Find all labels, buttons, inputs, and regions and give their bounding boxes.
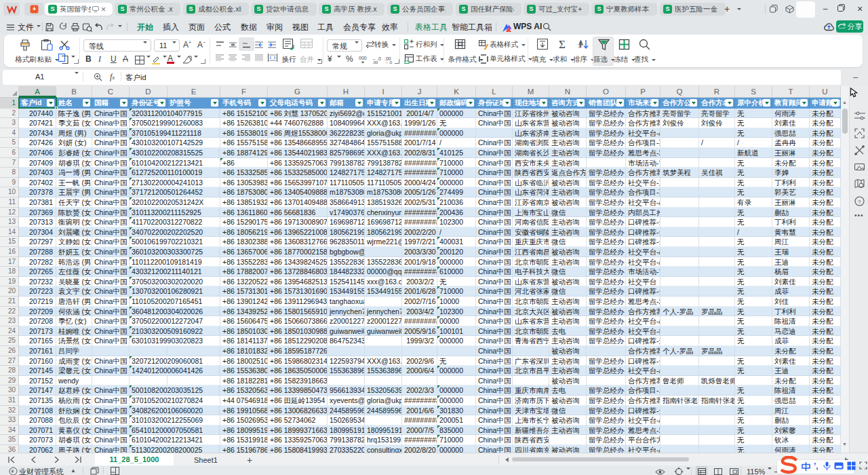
svg-text:A: A bbox=[578, 45, 581, 49]
svg-text:?: ? bbox=[858, 199, 861, 205]
svg-text:→.0: →.0 bbox=[384, 60, 393, 64]
svg-text:¥: ¥ bbox=[12, 469, 14, 474]
svg-text:.00: .00 bbox=[372, 60, 378, 64]
svg-text:000: 000 bbox=[359, 56, 367, 60]
